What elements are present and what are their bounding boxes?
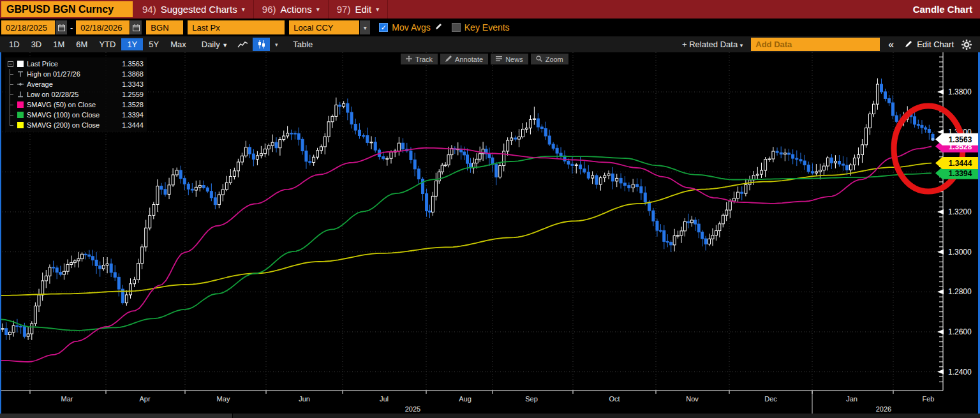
legend-row-1[interactable]: −Last Price1.3563 <box>7 59 144 69</box>
pencil-icon[interactable] <box>434 22 443 33</box>
calendar-icon[interactable] <box>56 20 67 34</box>
date-range-separator: - <box>67 23 76 33</box>
zoom-button[interactable]: Zoom <box>531 54 568 64</box>
menu-number: 96) <box>262 4 276 15</box>
time-axis[interactable]: MarAprMayJunJulAugSepOctNovDecJanFeb2025… <box>30 391 934 414</box>
key-events-checkbox[interactable] <box>452 23 461 32</box>
legend-row-7[interactable]: SMAVG (200) on Close1.3444 <box>7 120 144 130</box>
period-dropdown[interactable]: Daily ▼ <box>196 38 234 50</box>
month-label: Oct <box>609 395 620 403</box>
menu-edit[interactable]: 97) Edit ▾ <box>329 0 389 19</box>
calendar-icon[interactable] <box>130 20 142 34</box>
legend-row-6[interactable]: SMAVG (100) on Close1.3394 <box>7 110 144 120</box>
y-axis-label: 1.2600 <box>948 327 972 336</box>
ticker-field[interactable]: GBPUSD BGN Curncy <box>1 1 133 17</box>
chart-type-title: Candle Chart <box>913 0 980 19</box>
range-tab-max[interactable]: Max <box>165 38 192 50</box>
chart-legend: −Last Price1.3563High on 01/27/261.3868A… <box>5 57 147 132</box>
range-tab-ytd[interactable]: YTD <box>93 38 121 50</box>
pencil-icon <box>905 40 913 50</box>
legend-tree-line <box>7 120 14 130</box>
collapse-panel-button[interactable]: « <box>882 39 900 50</box>
menu-number: 97) <box>337 4 351 15</box>
legend-tree-line <box>7 100 14 110</box>
legend-label: SMAVG (50) on Close <box>27 101 96 108</box>
window-left-border <box>0 52 1 414</box>
legend-row-2[interactable]: High on 01/27/261.3868 <box>7 69 144 79</box>
menu-actions[interactable]: 96) Actions ▾ <box>254 0 329 19</box>
legend-label: Average <box>27 80 53 88</box>
legend-value: 1.3394 <box>122 111 144 119</box>
add-data-input[interactable]: Add Data <box>751 38 880 51</box>
month-label: Sep <box>525 395 538 403</box>
svg-text:1.3394: 1.3394 <box>949 169 972 178</box>
source-field[interactable]: BGN <box>146 20 183 34</box>
svg-text:1.3444: 1.3444 <box>949 159 972 168</box>
legend-swatch <box>17 112 24 118</box>
track-icon <box>406 56 412 63</box>
legend-value: 1.3563 <box>122 60 144 68</box>
gear-icon[interactable] <box>959 40 977 50</box>
smavg-200-line <box>1 163 932 295</box>
chart-type-dropdown[interactable]: ▾ <box>271 38 282 51</box>
low-marker-icon <box>17 91 24 98</box>
y-axis-label: 1.2800 <box>948 287 972 296</box>
check-icon: ✓ <box>381 24 387 31</box>
legend-value: 1.2559 <box>122 91 144 98</box>
mov-avgs-checkbox[interactable]: ✓ <box>379 23 388 32</box>
svg-text:1.3563: 1.3563 <box>949 135 972 144</box>
price-chart-plot-area[interactable]: 1.38001.36001.34001.32001.30001.28001.26… <box>0 52 980 414</box>
legend-label: Low on 02/28/25 <box>27 91 78 98</box>
title-bar: GBPUSD BGN Curncy 94) Suggested Charts ▾… <box>0 0 980 19</box>
range-tab-5y[interactable]: 5Y <box>143 38 165 50</box>
menu-suggested-charts[interactable]: 94) Suggested Charts ▾ <box>134 0 254 19</box>
high-marker-icon <box>17 71 24 77</box>
legend-label: High on 01/27/26 <box>27 70 80 78</box>
candle-chart-icon[interactable] <box>253 38 270 51</box>
mov-avgs-label: Mov Avgs <box>388 22 434 33</box>
annotate-button[interactable]: Annotate <box>440 54 488 64</box>
y-axis-label: 1.3000 <box>948 248 972 257</box>
currency-field[interactable]: Local CCY <box>289 20 359 34</box>
legend-collapse-icon[interactable]: − <box>8 61 13 67</box>
range-tab-1d[interactable]: 1D <box>3 38 26 50</box>
legend-label: SMAVG (200) on Close <box>27 121 100 129</box>
range-tabs: 1D3D1M6MYTD1Y5YMax <box>3 38 192 50</box>
date-to-field[interactable]: 02/18/2026 <box>76 20 130 34</box>
menu-number: 94) <box>142 4 156 15</box>
track-button[interactable]: Track <box>401 54 438 64</box>
range-tab-1m[interactable]: 1M <box>47 38 70 50</box>
key-events-label: Key Events <box>461 22 514 33</box>
related-data-button[interactable]: + Related Data ▾ <box>676 38 748 50</box>
legend-row-4[interactable]: Low on 02/28/251.2559 <box>7 89 144 100</box>
month-label: Mar <box>61 395 73 403</box>
range-tab-1y[interactable]: 1Y <box>121 38 143 50</box>
date-from-field[interactable]: 02/18/2025 <box>1 20 55 34</box>
edit-chart-button[interactable]: Edit Chart <box>900 40 959 50</box>
legend-row-5[interactable]: SMAVG (50) on Close1.3528 <box>7 100 144 110</box>
chevron-down-icon: ▾ <box>316 6 320 13</box>
legend-swatch <box>17 101 24 108</box>
legend-label: SMAVG (100) on Close <box>27 111 100 119</box>
price-badge-1.3563: 1.3563 <box>935 133 978 146</box>
legend-tree-line <box>7 69 14 79</box>
price-badges: 1.35281.35631.33941.3444 <box>935 133 978 179</box>
y-axis-label: 1.3200 <box>948 207 972 216</box>
legend-swatch <box>17 122 24 128</box>
last-tick-dot <box>932 138 935 141</box>
legend-row-3[interactable]: Average1.3343 <box>7 79 144 89</box>
range-tab-3d[interactable]: 3D <box>26 38 48 50</box>
month-label: Dec <box>764 395 777 403</box>
price-field[interactable]: Last Px <box>188 20 285 34</box>
currency-dropdown-button[interactable]: ▾ <box>360 20 370 34</box>
menu-label: Suggested Charts <box>161 4 237 15</box>
window-bottom-border <box>0 414 980 418</box>
legend-value: 1.3528 <box>122 101 144 108</box>
range-tab-6m[interactable]: 6M <box>70 38 93 50</box>
chart-overlay-toolbar: TrackAnnotateNewsZoom <box>401 54 568 64</box>
month-label: Jul <box>380 395 389 403</box>
menu-label: Actions <box>280 4 311 15</box>
news-button[interactable]: News <box>491 54 528 64</box>
line-chart-icon[interactable] <box>234 38 251 51</box>
table-button[interactable]: Table <box>287 38 318 50</box>
